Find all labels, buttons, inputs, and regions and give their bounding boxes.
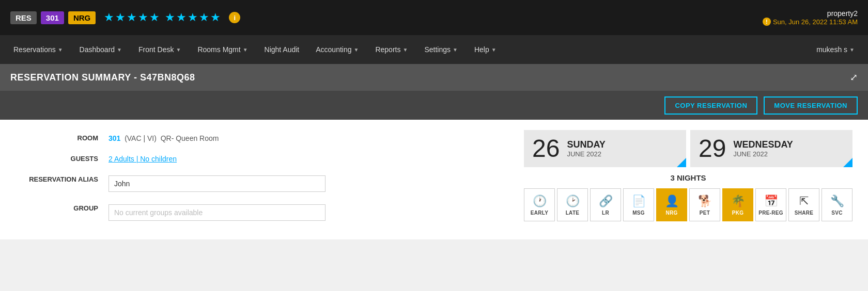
nrg-icon[interactable]: 👤NRG (656, 188, 687, 221)
chevron-down-icon: ▼ (491, 47, 497, 53)
main-nav: Reservations ▼ Dashboard ▼ Front Desk ▼ … (0, 35, 868, 64)
left-panel: ROOM 301 (VAC | VI) QR- Queen Room GUEST… (16, 130, 503, 229)
svc-icon-symbol: 🔧 (830, 195, 844, 208)
nrg-icon-label: NRG (665, 210, 677, 216)
room-number-link[interactable]: 301 (109, 134, 120, 142)
nav-reservations[interactable]: Reservations ▼ (5, 35, 71, 64)
checkin-day: 26 (532, 136, 560, 161)
nav-dashboard[interactable]: Dashboard ▼ (71, 35, 130, 64)
nav-help[interactable]: Help ▼ (466, 35, 505, 64)
checkin-monthyear: JUNE 2022 (567, 150, 605, 158)
late-checkout-icon-label: LATE (566, 210, 580, 216)
nav-rooms-mgmt[interactable]: Rooms Mgmt ▼ (189, 35, 256, 64)
chevron-down-icon: ▼ (176, 47, 181, 53)
chevron-down-icon: ▼ (354, 47, 359, 53)
expand-icon[interactable]: ⤢ (850, 72, 858, 83)
room-status: (VAC | VI) QR- Queen Room (122, 134, 219, 142)
nav-accounting[interactable]: Accounting ▼ (307, 35, 367, 64)
share-icon-label: SHARE (795, 210, 814, 216)
guests-field-row: GUESTS 2 Adults | No children (16, 151, 503, 163)
chevron-down-icon: ▼ (243, 47, 248, 53)
main-content: ROOM 301 (VAC | VI) QR- Queen Room GUEST… (0, 120, 868, 239)
chevron-down-icon: ▼ (453, 47, 458, 53)
group-field-row: GROUP (16, 200, 503, 221)
property-name: property2 (763, 9, 858, 18)
msg-icon-label: MSG (632, 210, 645, 216)
early-checkin-icon[interactable]: 🕐EARLY (524, 188, 555, 221)
svc-icon[interactable]: 🔧SVC (822, 188, 853, 221)
lr-icon-symbol: 🔗 (599, 195, 613, 208)
pre-reg-icon[interactable]: 📅PRE-REG (755, 188, 786, 221)
pet-icon-symbol: 🐕 (698, 195, 712, 208)
nrg-icon-symbol: 👤 (665, 195, 679, 208)
move-reservation-button[interactable]: MOVE RESERVATION (764, 96, 858, 115)
chevron-down-icon: ▼ (402, 47, 408, 53)
info-icon[interactable]: i (229, 12, 240, 23)
checkout-date-box: 29 WEDNESDAY JUNE 2022 (690, 130, 853, 167)
early-checkin-icon-label: EARLY (531, 210, 548, 216)
lr-icon-label: LR (602, 210, 609, 216)
checkin-date-box: 26 SUNDAY JUNE 2022 (524, 130, 686, 167)
pkg-icon-label: PKG (732, 210, 744, 216)
msg-icon-symbol: 📄 (632, 195, 646, 208)
action-bar: COPY RESERVATION MOVE RESERVATION (0, 91, 868, 120)
nav-front-desk[interactable]: Front Desk ▼ (130, 35, 189, 64)
warning-icon: ! (763, 18, 771, 26)
room-label: ROOM (16, 130, 98, 142)
msg-icon[interactable]: 📄MSG (623, 188, 654, 221)
lr-icon[interactable]: 🔗LR (590, 188, 621, 221)
nav-settings[interactable]: Settings ▼ (416, 35, 466, 64)
checkin-dayname: SUNDAY (567, 139, 605, 150)
alias-label: RESERVATION ALIAS (16, 171, 98, 184)
badge-301: 301 (41, 11, 64, 24)
copy-reservation-button[interactable]: COPY RESERVATION (664, 96, 757, 115)
group-label: GROUP (16, 200, 98, 212)
nav-user[interactable]: mukesh s ▼ (808, 45, 863, 54)
guests-link[interactable]: 2 Adults | No children (109, 155, 177, 163)
date-corner-decoration (677, 158, 686, 167)
room-field-row: ROOM 301 (VAC | VI) QR- Queen Room (16, 130, 503, 142)
share-icon[interactable]: ⇱SHARE (788, 188, 819, 221)
checkin-info: SUNDAY JUNE 2022 (567, 139, 605, 158)
pet-icon[interactable]: 🐕PET (689, 188, 720, 221)
checkout-monthyear: JUNE 2022 (733, 150, 793, 158)
pre-reg-icon-label: PRE-REG (758, 210, 783, 216)
date-corner-decoration (843, 158, 853, 167)
pre-reg-icon-symbol: 📅 (764, 195, 778, 208)
alias-value (109, 171, 326, 192)
checkout-day: 29 (699, 136, 726, 161)
pet-icon-label: PET (700, 210, 710, 216)
top-bar-right: property2 ! Sun, Jun 26, 2022 11:53 AM (763, 9, 858, 26)
group-value (109, 200, 326, 221)
checkout-dayname: WEDNESDAY (733, 139, 793, 150)
alias-field-row: RESERVATION ALIAS (16, 171, 503, 192)
room-value: 301 (VAC | VI) QR- Queen Room (109, 130, 219, 142)
top-bar-left: RES 301 NRG ★★★★★ ★★★★★ i (10, 11, 240, 24)
chevron-down-icon: ▼ (58, 47, 63, 53)
pkg-icon[interactable]: 🌴PKG (722, 188, 753, 221)
group-input[interactable] (109, 204, 326, 221)
badge-nrg: NRG (68, 11, 96, 24)
share-icon-symbol: ⇱ (799, 195, 809, 208)
dates-row: 26 SUNDAY JUNE 2022 29 WEDNESDAY JUNE 20… (524, 130, 853, 167)
stars-display: ★★★★★ ★★★★★ (104, 11, 222, 24)
guests-value: 2 Adults | No children (109, 151, 177, 163)
page-title: RESERVATION SUMMARY - S47BN8Q68 (10, 72, 195, 83)
top-bar: RES 301 NRG ★★★★★ ★★★★★ i property2 ! Su… (0, 0, 868, 35)
late-checkout-icon[interactable]: 🕑LATE (557, 188, 588, 221)
pkg-icon-symbol: 🌴 (731, 195, 745, 208)
icons-row: 🕐EARLY🕑LATE🔗LR📄MSG👤NRG🐕PET🌴PKG📅PRE-REG⇱S… (524, 188, 853, 221)
guests-label: GUESTS (16, 151, 98, 163)
reservation-summary-header: RESERVATION SUMMARY - S47BN8Q68 ⤢ (0, 64, 868, 91)
chevron-down-icon: ▼ (849, 47, 855, 53)
alias-input[interactable] (109, 175, 326, 192)
right-panel: 26 SUNDAY JUNE 2022 29 WEDNESDAY JUNE 20… (524, 130, 853, 229)
datetime: ! Sun, Jun 26, 2022 11:53 AM (763, 18, 858, 26)
checkout-info: WEDNESDAY JUNE 2022 (733, 139, 793, 158)
svc-icon-label: SVC (831, 210, 842, 216)
nav-night-audit[interactable]: Night Audit (256, 35, 308, 64)
nav-reports[interactable]: Reports ▼ (367, 35, 416, 64)
nights-label: 3 NIGHTS (524, 173, 853, 182)
late-checkout-icon-symbol: 🕑 (566, 195, 580, 208)
badge-res: RES (10, 11, 37, 24)
